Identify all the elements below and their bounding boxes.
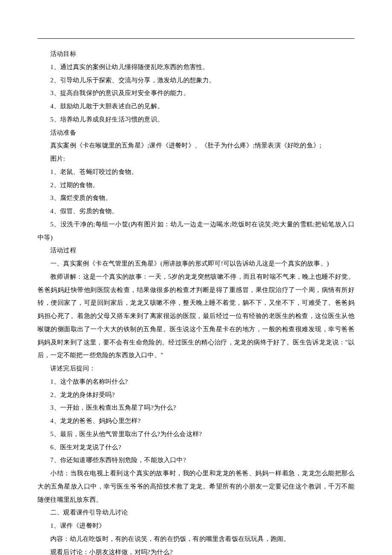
paragraph: 1、这个故事的名称叫什么? [37,375,355,388]
paragraph: 4、龙龙的爸爸、妈妈心里怎样? [37,414,355,428]
paragraph: 5、没洗干净的;每组一小筐(内有图片如：幼儿一边走一边喝水;吃饭时在说笑;吃大量… [37,218,355,244]
paragraph: 一、真实案例《卡在气管里的五角星》(用讲故事的形式即可!可以告诉幼儿这是一个真实… [37,257,355,270]
paragraph: 5、最后，医生从他气管里取出了什么?为什么会这样? [37,428,355,441]
paragraph: 3、一开始，医生检查出五角星了吗?为什么? [37,401,355,414]
paragraph: 1、课件《进餐时》 [37,519,355,532]
paragraph: 小结：当我在电视上看到这个真实的故事时，我的心里和龙龙的爸爸、妈妈一样着急，龙龙… [37,467,355,506]
paragraph: 5、培养幼儿养成良好生活习惯的意识。 [37,113,355,126]
paragraph: 2、过期的食物。 [37,179,355,192]
top-divider [37,38,355,39]
paragraph: 图片: [37,152,355,165]
paragraph: 4、假冒、劣质的食物。 [37,205,355,218]
paragraph: 1、通过真实的案例让幼儿懂得随便乱吃东西的危害性。 [37,61,355,74]
paragraph: 教师讲解：这是一个真实的故事：一天，5岁的龙龙突然咳嗽不停，而且有时喘不气来，晚… [37,270,355,362]
paragraph: 观看后讨论：小朋友这样做，对吗?为什么? [37,546,355,555]
document-body: 活动目标1、通过真实的案例让幼儿懂得随便乱吃东西的危害性。2、引导幼儿乐于探索、… [37,47,355,555]
paragraph: 二、观看课件引导幼儿讨论 [37,506,355,519]
paragraph: 2、引导幼儿乐于探索、交流与分享，激发幼儿的想象力。 [37,74,355,87]
paragraph: 7、你还知道哪些东西特别危险，不能放入口中? [37,454,355,467]
paragraph: 1、老鼠、苍蝇叮咬过的食物。 [37,165,355,179]
paragraph: 真实案例《卡在喉咙里的五角星》;课件《进餐时》、《肚子为什么疼》;情景表演《好吃… [37,139,355,152]
paragraph: 2、龙龙的身体好受吗? [37,388,355,402]
paragraph: 6、医生对龙龙说了什么? [37,441,355,454]
paragraph: 3、提高自我保护的意识及应对安全事件的能力。 [37,87,355,100]
paragraph: 活动目标 [37,47,355,61]
paragraph: 活动准备 [37,126,355,139]
paragraph: 讲述完后提问： [37,362,355,375]
paragraph: 活动过程 [37,244,355,257]
paragraph: 内容：幼儿在吃饭时，有的在说笑，有的在扔饭，有的嘴里含着饭在玩玩具，跑闹。 [37,532,355,546]
paragraph: 3、腐烂变质的食物。 [37,191,355,205]
paragraph: 4、鼓励幼儿敢于大胆表述自己的见解。 [37,100,355,113]
document-page: 活动目标1、通过真实的案例让幼儿懂得随便乱吃东西的危害性。2、引导幼儿乐于探索、… [0,0,392,555]
